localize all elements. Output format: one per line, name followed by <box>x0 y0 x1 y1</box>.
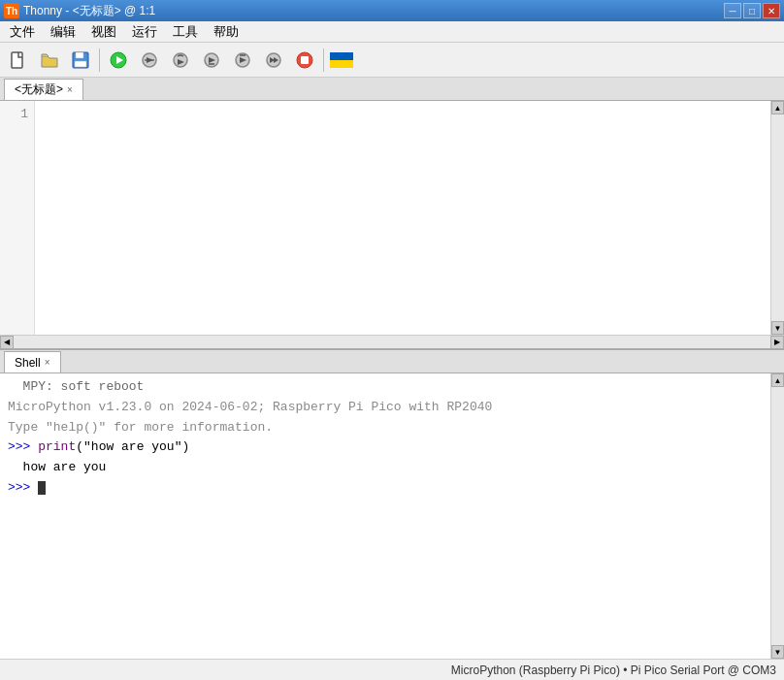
shell-line-info-2: Type "help()" for more information. <box>8 420 273 435</box>
minimize-button[interactable]: ─ <box>724 3 741 18</box>
menu-help[interactable]: 帮助 <box>206 21 246 42</box>
step-over-icon <box>171 50 190 70</box>
resume-button[interactable] <box>259 46 288 75</box>
run-button[interactable] <box>104 46 133 75</box>
shell-output-1: how are you <box>8 460 106 474</box>
stop-button[interactable] <box>290 46 319 75</box>
scrollbar-up-button[interactable]: ▲ <box>771 101 784 114</box>
editor-area: 1 ▲ ▼ <box>0 101 784 335</box>
step-over-button[interactable] <box>166 46 195 75</box>
close-button[interactable]: ✕ <box>763 3 780 18</box>
line-numbers: 1 <box>0 101 35 335</box>
menu-view[interactable]: 视图 <box>83 21 124 42</box>
resume-icon <box>264 50 283 70</box>
status-text: MicroPython (Raspberry Pi Pico) • Pi Pic… <box>451 664 776 677</box>
shell-tab-label: Shell <box>15 356 41 370</box>
editor-hscroll[interactable]: ◀ ▶ <box>0 335 784 348</box>
shell-line-input[interactable]: >>> <box>8 480 46 495</box>
toolbar-separator-2 <box>323 49 324 72</box>
shell-cmd-args: ("how are you") <box>76 439 189 454</box>
menu-bar: 文件 编辑 视图 运行 工具 帮助 <box>0 21 784 43</box>
shell-cursor <box>38 481 46 495</box>
maximize-button[interactable]: □ <box>743 3 761 18</box>
shell-cmd-print: print <box>38 439 76 454</box>
window-title: Thonny - <无标题> @ 1:1 <box>23 3 155 19</box>
menu-file[interactable]: 文件 <box>2 21 43 42</box>
line-number-1: 1 <box>6 105 28 124</box>
shell-line-mpy: MPY: soft reboot <box>8 379 144 394</box>
svg-rect-3 <box>75 61 86 67</box>
hscroll-track[interactable] <box>14 336 770 348</box>
svg-rect-21 <box>301 56 309 64</box>
debug-icon <box>140 50 159 70</box>
run-icon <box>109 50 128 70</box>
step-out-button[interactable] <box>228 46 257 75</box>
save-icon <box>71 50 90 70</box>
editor-tab-label: <无标题> <box>15 81 63 98</box>
shell-prompt-2: >>> <box>8 480 38 495</box>
shell-tab[interactable]: Shell × <box>4 351 61 372</box>
step-into-icon <box>202 50 221 70</box>
new-button[interactable] <box>4 46 33 75</box>
scrollbar-down-button[interactable]: ▼ <box>771 321 784 335</box>
open-icon <box>40 50 59 70</box>
open-button[interactable] <box>35 46 64 75</box>
editor-tabs: <无标题> × <box>0 78 784 101</box>
scrollbar-track[interactable] <box>771 114 784 321</box>
step-out-icon <box>233 50 252 70</box>
step-into-button[interactable] <box>197 46 226 75</box>
shell-content-wrapper: MPY: soft reboot MicroPython v1.23.0 on … <box>0 373 784 659</box>
shell-panel: Shell × MPY: soft reboot MicroPython v1.… <box>0 348 784 659</box>
menu-tools[interactable]: 工具 <box>165 21 206 42</box>
save-button[interactable] <box>66 46 95 75</box>
toolbar-separator-1 <box>99 49 100 72</box>
hscroll-left-button[interactable]: ◀ <box>0 336 14 349</box>
shell-scrollbar-down[interactable]: ▼ <box>771 645 784 659</box>
title-bar-left: Th Thonny - <无标题> @ 1:1 <box>4 3 155 19</box>
title-bar: Th Thonny - <无标题> @ 1:1 ─ □ ✕ <box>0 0 784 21</box>
ukraine-flag-button[interactable] <box>328 46 355 75</box>
shell-prompt-1: >>> <box>8 439 38 454</box>
shell-tabs: Shell × <box>0 350 784 373</box>
shell-line-cmd: >>> print("how are you") <box>8 439 189 454</box>
shell-scrollbar-up[interactable]: ▲ <box>771 373 784 387</box>
svg-rect-0 <box>12 52 22 68</box>
status-bar: MicroPython (Raspberry Pi Pico) • Pi Pic… <box>0 659 784 680</box>
hscroll-right-button[interactable]: ▶ <box>770 336 784 349</box>
editor-tab-close[interactable]: × <box>67 84 73 95</box>
menu-run[interactable]: 运行 <box>124 21 165 42</box>
shell-scrollbar[interactable]: ▲ ▼ <box>770 373 784 659</box>
app-icon: Th <box>4 3 19 18</box>
svg-rect-2 <box>76 52 83 58</box>
stop-icon <box>295 50 314 70</box>
new-icon <box>9 50 28 70</box>
editor-tab-untitled[interactable]: <无标题> × <box>4 79 83 100</box>
shell-content[interactable]: MPY: soft reboot MicroPython v1.23.0 on … <box>0 373 770 659</box>
window-controls: ─ □ ✕ <box>724 3 780 18</box>
shell-scrollbar-track[interactable] <box>771 387 784 645</box>
debug-button[interactable] <box>135 46 164 75</box>
toolbar <box>0 43 784 78</box>
shell-tab-close[interactable]: × <box>45 357 50 368</box>
editor-content[interactable] <box>35 101 770 335</box>
menu-edit[interactable]: 编辑 <box>43 21 83 42</box>
ukraine-flag-icon <box>330 52 353 68</box>
shell-line-info-1: MicroPython v1.23.0 on 2024-06-02; Raspb… <box>8 400 492 414</box>
editor-scrollbar[interactable]: ▲ ▼ <box>770 101 784 335</box>
